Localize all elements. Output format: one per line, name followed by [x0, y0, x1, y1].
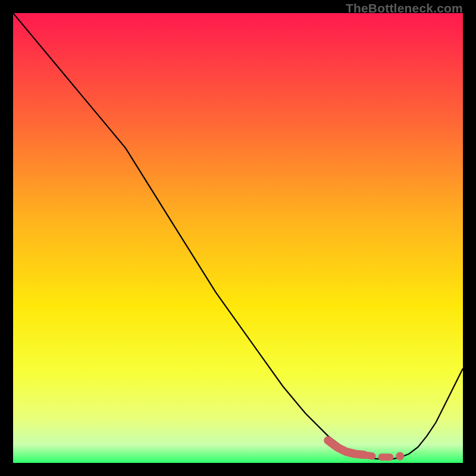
gradient-background [13, 13, 463, 463]
chart-frame: TheBottleneck.com [0, 0, 476, 476]
svg-point-0 [396, 452, 404, 461]
chart-plot [13, 13, 463, 463]
